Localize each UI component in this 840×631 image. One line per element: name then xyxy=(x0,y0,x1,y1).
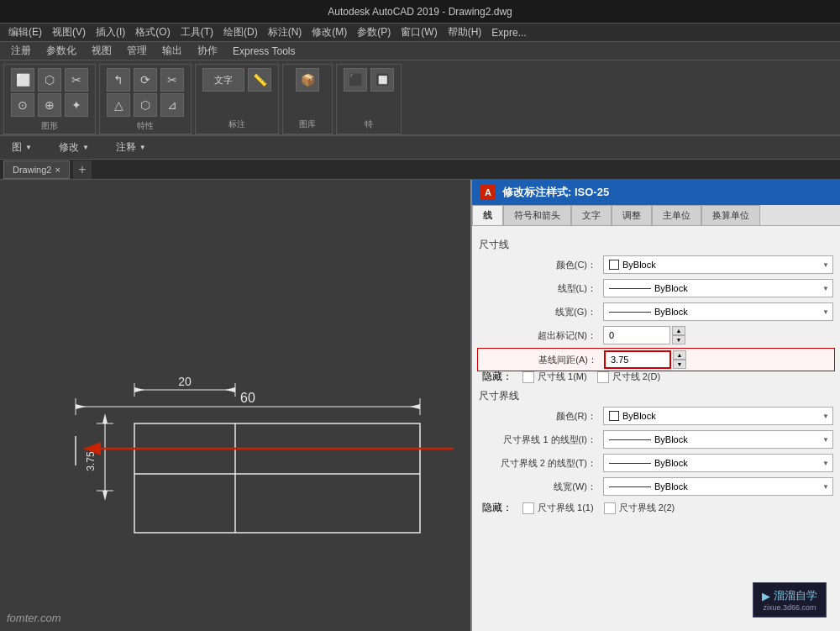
ribbon-tab-express[interactable]: Express Tools xyxy=(225,43,302,60)
spinner-down-extend[interactable]: ▼ xyxy=(672,335,685,344)
select-ext-linewidth[interactable]: ByBlock xyxy=(603,477,833,496)
ribbon-group-4: 📦 图库 xyxy=(282,64,333,134)
dialog-tab-symbols[interactable]: 符号和箭头 xyxy=(503,205,571,225)
toolbar-annotate-label: 注释 xyxy=(116,140,136,155)
checkbox-label-2: 尺寸线 2(D) xyxy=(612,371,660,383)
label-ext-color: 颜色(R)： xyxy=(479,410,596,423)
menu-item-tools[interactable]: 工具(T) xyxy=(176,25,218,39)
ribbon-icon-5[interactable]: ⊕ xyxy=(38,93,61,117)
checkbox-dimline2[interactable]: 尺寸线 2(D) xyxy=(597,371,660,383)
ribbon-tab-params[interactable]: 参数化 xyxy=(39,41,84,60)
dialog-tab-line[interactable]: 线 xyxy=(472,205,503,225)
ribbon-icon-1[interactable]: ⬜ xyxy=(11,68,34,92)
input-baseline[interactable]: 3.75 xyxy=(604,350,671,369)
ribbon-icon-2[interactable]: ⬡ xyxy=(38,68,61,92)
ribbon-icon-8[interactable]: ⟳ xyxy=(134,68,157,92)
checkbox-box-1[interactable] xyxy=(522,371,534,383)
menu-item-params[interactable]: 参数(P) xyxy=(352,25,396,39)
ribbon-icon-9[interactable]: ✂ xyxy=(160,68,184,92)
control-ext-linetype1: ByBlock xyxy=(603,430,833,449)
hide-label-extline: 隐藏： xyxy=(482,501,512,515)
ribbon-icons-row-3: ↰ ⟳ ✂ xyxy=(107,68,184,92)
spinner-up-baseline[interactable]: ▲ xyxy=(673,350,686,360)
ribbon-icon-11[interactable]: ⬡ xyxy=(134,93,157,117)
ribbon-icon-7[interactable]: ↰ xyxy=(107,68,130,92)
menu-item-format[interactable]: 格式(O) xyxy=(130,25,175,39)
canvas-area[interactable]: 60 20 3.75 xyxy=(0,180,470,631)
menu-item-help[interactable]: 帮助(H) xyxy=(443,25,487,39)
tab-close-icon[interactable]: × xyxy=(55,165,60,175)
ribbon-icons-row-4: △ ⬡ ⊿ xyxy=(107,93,184,117)
form-row-ext-linewidth: 线宽(W)： ByBlock xyxy=(479,477,833,496)
brand-title: ▶ 溜溜自学 xyxy=(762,588,817,603)
checkbox-box-3[interactable] xyxy=(522,502,534,514)
menu-item-draw[interactable]: 绘图(D) xyxy=(218,25,263,39)
dialog-tab-text[interactable]: 文字 xyxy=(571,205,612,225)
select-linetype[interactable]: ByBlock xyxy=(603,279,833,297)
input-extend[interactable]: 0 xyxy=(603,326,670,344)
menu-item-edit[interactable]: 编辑(E) xyxy=(3,25,47,39)
checkbox-box-2[interactable] xyxy=(597,371,609,383)
tab-add-button[interactable]: + xyxy=(73,160,92,179)
tab-add-icon: + xyxy=(78,162,86,177)
checkbox-extline1[interactable]: 尺寸界线 1(1) xyxy=(522,502,594,514)
ribbon-tab-view[interactable]: 视图 xyxy=(84,41,119,60)
select-linewidth[interactable]: ByBlock xyxy=(603,302,833,321)
ribbon-icon-15[interactable]: 📦 xyxy=(296,68,319,92)
ribbon-tab-output[interactable]: 输出 xyxy=(155,41,190,60)
ribbon-icon-12[interactable]: ⊿ xyxy=(160,93,184,117)
toolbar-btn-modify[interactable]: 修改 ▼ xyxy=(54,139,94,156)
spinner-down-baseline[interactable]: ▼ xyxy=(673,360,686,369)
tab-drawing2[interactable]: Drawing2 × xyxy=(3,160,70,179)
select-ext-linetype2[interactable]: ByBlock xyxy=(603,454,833,472)
ext-color-icon xyxy=(609,411,619,421)
brand-icon: ▶ xyxy=(762,590,770,602)
control-ext-color: ByBlock xyxy=(603,407,833,425)
ribbon-icon-14[interactable]: 📏 xyxy=(248,68,271,92)
checkbox-label-4: 尺寸界线 2(2) xyxy=(619,502,675,514)
checkbox-extline2[interactable]: 尺寸界线 2(2) xyxy=(604,502,675,514)
label-ext-linetype2: 尺寸界线 2 的线型(T)： xyxy=(479,457,596,470)
menu-item-window[interactable]: 窗口(W) xyxy=(396,25,442,39)
checkbox-dimline1[interactable]: 尺寸线 1(M) xyxy=(522,371,587,383)
dialog-tab-adjust[interactable]: 调整 xyxy=(612,205,652,225)
select-ext-color[interactable]: ByBlock xyxy=(603,407,833,425)
ribbon-icon-10[interactable]: △ xyxy=(107,93,130,117)
ribbon-tab-collaborate[interactable]: 协作 xyxy=(190,41,225,60)
line-preview-2 xyxy=(609,312,651,313)
ribbon-icon-6[interactable]: ✦ xyxy=(65,93,88,117)
checkbox-box-4[interactable] xyxy=(604,502,616,514)
select-color[interactable]: ByBlock xyxy=(603,255,833,274)
menu-item-annotate[interactable]: 标注(N) xyxy=(263,25,307,39)
brand-url: zixue.3d66.com xyxy=(762,603,817,612)
text-icon[interactable]: 文字 xyxy=(202,68,244,92)
spinner-up-extend[interactable]: ▲ xyxy=(672,326,685,335)
dialog-title-bar: A 修改标注样式: ISO-25 xyxy=(472,180,840,205)
ribbon-tab-register[interactable]: 注册 xyxy=(3,41,39,60)
dropdown-arrow-3: ▼ xyxy=(139,144,146,151)
dialog-tab-primary[interactable]: 主单位 xyxy=(652,205,701,225)
ribbon-icon-4[interactable]: ⊙ xyxy=(11,93,34,117)
checkbox-label-3: 尺寸界线 1(1) xyxy=(538,502,594,514)
label-baseline: 基线间距(A)： xyxy=(480,354,597,366)
toolbar-btn-drawing[interactable]: 图 ▼ xyxy=(7,139,37,156)
drawing-svg: 60 20 3.75 xyxy=(0,180,470,547)
ribbon-tab-manage[interactable]: 管理 xyxy=(119,41,155,60)
checkbox-row-extline: 隐藏： 尺寸界线 1(1) 尺寸界线 2(2) xyxy=(479,501,833,515)
form-row-ext-color: 颜色(R)： ByBlock xyxy=(479,407,833,425)
menu-item-modify[interactable]: 修改(M) xyxy=(307,25,352,39)
ribbon-icon-16[interactable]: ⬛ xyxy=(344,68,367,92)
checkbox-row-dimline: 隐藏： 尺寸线 1(M) 尺寸线 2(D) xyxy=(479,370,833,384)
ribbon-icon-3[interactable]: ✂ xyxy=(65,68,88,92)
select-ext-linetype1[interactable]: ByBlock xyxy=(603,430,833,449)
dialog-tab-alt[interactable]: 换算单位 xyxy=(701,205,760,225)
menu-item-insert[interactable]: 插入(I) xyxy=(91,25,130,39)
menu-item-express[interactable]: Expre... xyxy=(486,27,531,39)
ribbon-icon-17[interactable]: 🔲 xyxy=(370,68,394,92)
ribbon-group-label-5: 特 xyxy=(365,117,373,130)
control-linewidth: ByBlock xyxy=(603,302,833,321)
toolbar-btn-annotate[interactable]: 注释 ▼ xyxy=(111,139,151,156)
menu-item-view[interactable]: 视图(V) xyxy=(47,25,91,39)
dialog-title-text: 修改标注样式: ISO-25 xyxy=(502,185,609,200)
label-linewidth: 线宽(G)： xyxy=(479,306,596,318)
